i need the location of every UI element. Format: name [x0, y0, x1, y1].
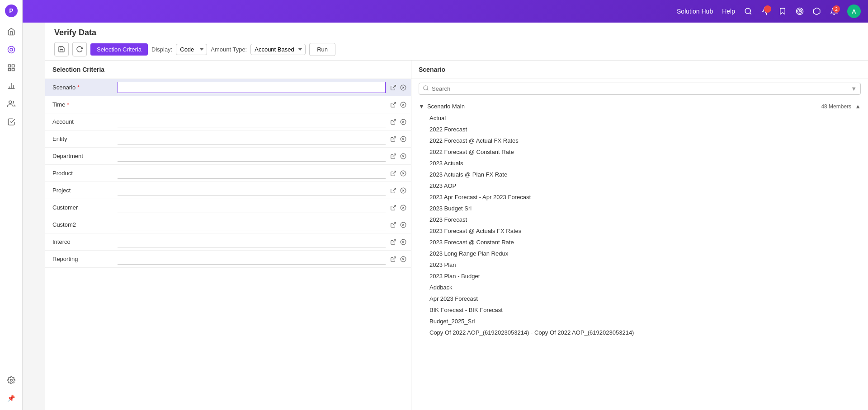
criteria-actions	[386, 152, 411, 160]
criteria-row: Entity	[45, 130, 411, 148]
display-select[interactable]: CodeNameBoth	[176, 44, 207, 55]
criteria-open-icon[interactable]	[389, 101, 397, 109]
criteria-input-custom2[interactable]	[118, 219, 386, 230]
criteria-clear-icon[interactable]	[399, 255, 407, 263]
selection-criteria-tab[interactable]: Selection Criteria	[90, 43, 148, 56]
criteria-clear-icon[interactable]	[399, 238, 407, 246]
sidebar-item-activity[interactable]	[3, 42, 19, 58]
list-item[interactable]: 2023 Actuals @ Plan FX Rate	[411, 169, 868, 180]
criteria-open-icon[interactable]	[389, 221, 397, 229]
criteria-input-time[interactable]	[118, 99, 386, 110]
target-icon-wrap[interactable]	[796, 7, 804, 15]
criteria-actions	[386, 204, 411, 212]
sidebar: P	[0, 0, 23, 410]
criteria-open-icon[interactable]	[389, 169, 397, 177]
scenario-main-group[interactable]: ▼ Scenario Main 48 Members ▲	[411, 100, 868, 112]
tree-items-container: Actual2022 Forecast2022 Forecast @ Actua…	[411, 112, 868, 338]
package-icon-wrap[interactable]	[813, 7, 821, 15]
criteria-input-product[interactable]	[118, 168, 386, 179]
criteria-clear-icon[interactable]	[399, 135, 407, 143]
list-item[interactable]: 2023 AOP	[411, 180, 868, 191]
list-item[interactable]: Apr 2023 Forecast	[411, 293, 868, 304]
criteria-label-project: Project	[45, 183, 118, 197]
criteria-open-icon[interactable]	[389, 152, 397, 160]
criteria-open-icon[interactable]	[389, 118, 397, 126]
help-link[interactable]: Help	[722, 8, 735, 15]
notification-icon-wrap[interactable]: 2	[830, 7, 838, 15]
tree-toggle-icon: ▼	[419, 103, 425, 110]
sidebar-item-chart[interactable]	[3, 78, 19, 94]
criteria-clear-icon[interactable]	[399, 204, 407, 212]
sidebar-item-grid[interactable]	[3, 60, 19, 76]
criteria-open-icon[interactable]	[389, 255, 397, 263]
criteria-open-icon[interactable]	[389, 135, 397, 143]
list-item[interactable]: 2022 Forecast @ Actual FX Rates	[411, 135, 868, 146]
scenario-search-input[interactable]	[432, 85, 851, 92]
pin-icon[interactable]: 📌	[3, 390, 19, 406]
criteria-open-icon[interactable]	[389, 204, 397, 212]
list-item[interactable]: 2023 Apr Forecast - Apr 2023 Forecast	[411, 191, 868, 203]
criteria-clear-icon[interactable]	[399, 186, 407, 195]
criteria-open-icon[interactable]	[389, 186, 397, 195]
criteria-input-interco[interactable]	[118, 237, 386, 247]
criteria-input-account[interactable]	[118, 116, 386, 127]
list-item[interactable]: 2023 Plan - Budget	[411, 270, 868, 282]
bookmark-icon-wrap[interactable]	[778, 7, 787, 15]
list-item[interactable]: 2023 Budget Sri	[411, 203, 868, 214]
criteria-label-reporting: Reporting	[45, 252, 118, 266]
app-logo[interactable]: P	[4, 4, 19, 18]
criteria-label-entity: Entity	[45, 132, 118, 146]
run-button[interactable]: Run	[309, 43, 335, 56]
criteria-input-wrap	[118, 99, 386, 110]
scenario-search-icon	[423, 85, 429, 93]
scenario-search-dropdown[interactable]: ▼	[851, 85, 857, 92]
scenario-search-wrap: ▼	[419, 83, 861, 95]
tree-expand-icon[interactable]: ▲	[855, 103, 861, 110]
criteria-input-reporting[interactable]	[118, 254, 386, 265]
svg-text:P: P	[9, 7, 13, 14]
criteria-open-icon[interactable]	[389, 238, 397, 246]
list-item[interactable]: Addback	[411, 282, 868, 293]
list-item[interactable]: Budget_2025_Sri	[411, 316, 868, 327]
sidebar-item-home[interactable]	[3, 23, 19, 40]
list-item[interactable]: 2023 Forecast @ Actuals FX Rates	[411, 225, 868, 237]
criteria-input-project[interactable]	[118, 185, 386, 196]
refresh-button[interactable]	[72, 42, 87, 56]
list-item[interactable]: 2023 Plan	[411, 259, 868, 270]
list-item[interactable]: Copy Of 2022 AOP_(6192023053214) - Copy …	[411, 327, 868, 338]
criteria-input-scenario[interactable]	[118, 82, 386, 93]
search-icon-wrap[interactable]	[744, 7, 752, 15]
list-item[interactable]: BIK Forecast - BIK Forecast	[411, 304, 868, 316]
criteria-input-customer[interactable]	[118, 202, 386, 213]
criteria-input-department[interactable]	[118, 151, 386, 162]
criteria-clear-icon[interactable]	[399, 169, 407, 177]
list-item[interactable]: Actual	[411, 112, 868, 124]
save-button[interactable]	[54, 42, 69, 56]
solution-hub-link[interactable]: Solution Hub	[677, 8, 713, 15]
criteria-clear-icon[interactable]	[399, 101, 407, 109]
list-item[interactable]: 2023 Forecast	[411, 214, 868, 225]
amount-type-select[interactable]: Account BasedConstant RateBudget	[250, 44, 306, 55]
scenario-panel-title: Scenario	[419, 66, 445, 73]
sidebar-item-check[interactable]	[3, 114, 19, 130]
main-content: Verify Data Selection Criteria Display: …	[45, 23, 868, 410]
top-navigation: Solution Hub Help 2 A	[23, 0, 868, 23]
criteria-input-entity[interactable]	[118, 134, 386, 144]
svg-line-51	[393, 222, 396, 225]
sidebar-item-settings[interactable]	[3, 372, 19, 388]
criteria-clear-icon[interactable]	[399, 84, 407, 92]
list-item[interactable]: 2023 Actuals	[411, 158, 868, 169]
list-item[interactable]: 2022 Forecast	[411, 124, 868, 135]
list-item[interactable]: 2022 Forecast @ Constant Rate	[411, 146, 868, 158]
criteria-clear-icon[interactable]	[399, 221, 407, 229]
criteria-open-icon[interactable]	[389, 84, 397, 92]
criteria-clear-icon[interactable]	[399, 118, 407, 126]
svg-rect-4	[8, 65, 10, 67]
list-item[interactable]: 2023 Long Range Plan Redux	[411, 248, 868, 259]
announcement-icon-wrap[interactable]	[761, 7, 769, 15]
user-avatar[interactable]: A	[847, 5, 861, 18]
criteria-row: Reporting	[45, 251, 411, 268]
list-item[interactable]: 2023 Forecast @ Constant Rate	[411, 237, 868, 248]
sidebar-item-people[interactable]	[3, 96, 19, 112]
criteria-clear-icon[interactable]	[399, 152, 407, 160]
